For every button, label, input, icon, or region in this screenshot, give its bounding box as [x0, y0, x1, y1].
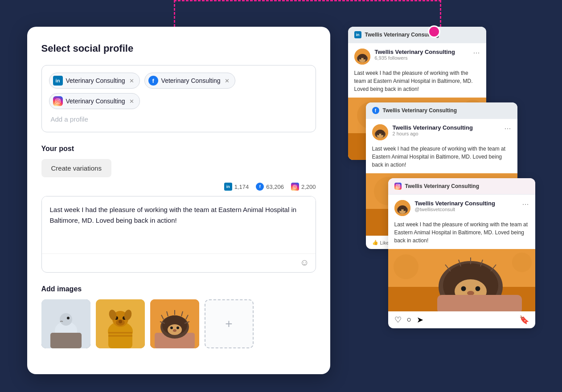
- facebook-follower-count: 63,206: [266, 184, 284, 190]
- create-variations-button[interactable]: Create variations: [41, 159, 111, 177]
- instagram-card-name: Twellis Veterinary Consulting: [415, 200, 495, 207]
- svg-rect-0: [56, 99, 60, 103]
- facebook-card-time: 2 hours ago: [393, 131, 473, 136]
- main-container: Select social profile in Veterinary Cons…: [27, 27, 535, 374]
- linkedin-follower-count: 1,174: [234, 184, 249, 190]
- linkedin-card-dots[interactable]: ···: [473, 49, 480, 57]
- svg-rect-98: [437, 295, 522, 311]
- instagram-profile-row: Twellis Veterinary Consulting @twellisve…: [394, 200, 529, 216]
- linkedin-profile-row: Twellis Veterinary Consulting 6,935 foll…: [354, 49, 480, 65]
- image-thumb-2[interactable]: [96, 299, 145, 348]
- instagram-badge-icon: [291, 183, 299, 191]
- svg-point-2: [59, 100, 60, 101]
- like-label: Like: [380, 240, 389, 245]
- your-post-label: Your post: [41, 145, 316, 153]
- hedgehog-image-svg: [150, 299, 199, 348]
- linkedin-header-icon: in: [354, 31, 361, 38]
- facebook-header-icon: f: [372, 107, 379, 114]
- instagram-follower-count: 2,200: [301, 184, 316, 190]
- right-panel: in Twellis Veterinary Consulting: [348, 27, 535, 339]
- profile-selector: in Veterinary Consulting ✕ f Veterinary …: [41, 65, 316, 132]
- instagram-heart-icon[interactable]: ♡: [394, 315, 402, 325]
- add-profile-input[interactable]: Add a profile: [49, 115, 308, 123]
- svg-point-64: [377, 134, 379, 135]
- instagram-card-actions: ♡ ○ ➤ 🔖: [388, 311, 535, 328]
- instagram-action-icons: ♡ ○ ➤: [394, 315, 424, 325]
- facebook-avatar-svg: [372, 124, 388, 140]
- instagram-bookmark-icon[interactable]: 🔖: [519, 315, 529, 325]
- instagram-card-text: Last week I had the pleasure of working …: [394, 220, 529, 245]
- svg-point-95: [461, 286, 466, 291]
- facebook-profile-tag[interactable]: f Veterinary Consulting ✕: [144, 73, 235, 89]
- facebook-remove-icon[interactable]: ✕: [225, 78, 230, 84]
- facebook-like-btn[interactable]: 👍 Like: [372, 240, 389, 245]
- svg-point-9: [67, 317, 70, 319]
- facebook-card-name: Twellis Veterinary Consulting: [393, 124, 473, 131]
- linkedin-card-text: Last week I had the pleasure of working …: [354, 69, 480, 93]
- linkedin-remove-icon[interactable]: ✕: [129, 78, 134, 84]
- plus-icon: +: [225, 317, 232, 331]
- dog-image-svg: [96, 299, 145, 348]
- instagram-card-dots[interactable]: ···: [522, 200, 529, 208]
- instagram-share-icon[interactable]: ➤: [417, 315, 423, 325]
- svg-point-28: [170, 327, 173, 329]
- instagram-avatar-svg: [394, 200, 410, 216]
- left-panel: Select social profile in Veterinary Cons…: [27, 27, 330, 374]
- svg-point-30: [173, 329, 176, 332]
- instagram-card-header: Twellis Veterinary Consulting: [388, 178, 535, 195]
- instagram-card-username: @twellisvetconsult: [415, 207, 495, 212]
- instagram-preview-card: Twellis Veterinary Consulting: [388, 178, 535, 328]
- facebook-profile-info: Twellis Veterinary Consulting 2 hours ag…: [393, 124, 473, 136]
- linkedin-profile-tag[interactable]: in Veterinary Consulting ✕: [49, 73, 140, 89]
- instagram-header-title: Twellis Veterinary Consulting: [405, 183, 479, 189]
- post-textarea[interactable]: Last week I had the pleasure of working …: [42, 196, 316, 252]
- facebook-profile-row: Twellis Veterinary Consulting 2 hours ag…: [372, 124, 511, 140]
- linkedin-card-body: Twellis Veterinary Consulting 6,935 foll…: [348, 43, 486, 93]
- svg-rect-81: [396, 184, 399, 188]
- svg-rect-10: [50, 333, 82, 348]
- svg-point-1: [57, 100, 59, 102]
- instagram-comment-icon[interactable]: ○: [407, 315, 412, 325]
- instagram-profile-tag[interactable]: Veterinary Consulting ✕: [49, 93, 140, 109]
- linkedin-card-followers: 6,935 followers: [375, 55, 455, 61]
- emoji-row: ☺: [42, 253, 316, 272]
- image-thumb-3[interactable]: [150, 299, 199, 348]
- svg-rect-3: [293, 185, 297, 188]
- instagram-avatar: [394, 200, 410, 216]
- instagram-card-body: Twellis Veterinary Consulting @twellisve…: [388, 195, 535, 245]
- facebook-follower-badge: f 63,206: [256, 183, 284, 191]
- instagram-profile-name: Veterinary Consulting: [66, 98, 125, 105]
- facebook-card-body: Twellis Veterinary Consulting 2 hours ag…: [366, 119, 517, 169]
- add-image-button[interactable]: +: [205, 299, 254, 348]
- instagram-follower-badge: 2,200: [291, 183, 316, 191]
- image-thumb-1[interactable]: [41, 299, 90, 348]
- facebook-avatar: [372, 124, 388, 140]
- dashed-border-decoration: [174, 0, 441, 27]
- facebook-profile-name: Veterinary Consulting: [161, 77, 221, 84]
- pink-dot-decoration: [428, 25, 440, 38]
- svg-point-83: [398, 185, 399, 185]
- instagram-header-icon: [394, 183, 402, 190]
- linkedin-card-header: in Twellis Veterinary Consulting: [348, 27, 486, 43]
- linkedin-avatar: [354, 49, 370, 65]
- linkedin-avatar-svg: [354, 49, 370, 65]
- thumbs-up-icon: 👍: [372, 240, 378, 245]
- facebook-card-dots[interactable]: ···: [504, 124, 511, 132]
- facebook-header-title: Twellis Veterinary Consulting: [383, 107, 457, 114]
- bird-image-svg: [41, 299, 90, 348]
- instagram-remove-icon[interactable]: ✕: [129, 98, 134, 105]
- svg-point-96: [475, 286, 480, 291]
- svg-point-82: [397, 185, 398, 187]
- linkedin-profile-info: Twellis Veterinary Consulting 6,935 foll…: [375, 49, 455, 61]
- linkedin-card-name: Twellis Veterinary Consulting: [375, 49, 455, 55]
- facebook-badge-icon: f: [256, 183, 264, 191]
- instagram-icon: [53, 96, 63, 106]
- post-textarea-wrapper: Last week I had the pleasure of working …: [41, 196, 316, 273]
- emoji-button[interactable]: ☺: [300, 257, 309, 268]
- svg-point-15: [119, 320, 122, 323]
- facebook-card-header: f Twellis Veterinary Consulting: [366, 102, 517, 119]
- panel-title: Select social profile: [41, 43, 316, 54]
- profile-tags: in Veterinary Consulting ✕ f Veterinary …: [49, 73, 308, 109]
- linkedin-profile-name: Veterinary Consulting: [66, 77, 125, 84]
- svg-point-43: [363, 58, 365, 60]
